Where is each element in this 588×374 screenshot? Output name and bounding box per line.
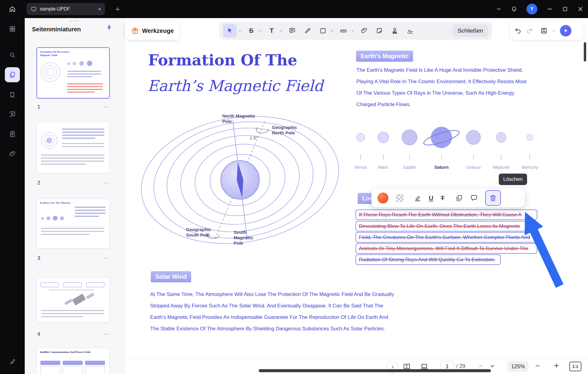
speech-bubble-icon [470, 194, 478, 202]
paragraph-solar-wind: At The Same Time, The Atmosphere Will Al… [150, 289, 394, 335]
signature-tool[interactable] [404, 24, 416, 37]
thumbnail-page-3[interactable]: Evidence For The Theories [36, 199, 110, 249]
measure-tool-chevron-icon[interactable] [351, 29, 355, 33]
shape-tool-chevron-icon[interactable] [330, 29, 334, 33]
strikethrough-button[interactable]: T [441, 194, 444, 202]
schliessen-button[interactable]: Schließen [452, 24, 489, 37]
page-number: 4 [37, 331, 40, 337]
color-swatch-button[interactable] [378, 193, 388, 203]
comment-icon [9, 111, 16, 118]
select-tool[interactable] [223, 24, 237, 38]
panel-title: Seitenminiaturen [32, 26, 81, 33]
planet-label-mercury: Mercury [515, 165, 545, 170]
page-thumbnails-button[interactable] [5, 67, 20, 82]
square-icon [319, 27, 327, 34]
shape-tool[interactable] [317, 24, 329, 37]
document-info-button[interactable] [5, 127, 20, 142]
signature-ink-button[interactable] [5, 354, 20, 369]
attach-tool[interactable] [358, 24, 370, 37]
thumb2-row: 2 ⋯ [37, 180, 110, 186]
planet-mercury [526, 134, 533, 141]
paragraph-line: The Earth's Magnetic Field Is Like A Hug… [356, 64, 526, 76]
save-button[interactable] [540, 27, 548, 34]
select-tool-chevron-icon[interactable] [238, 29, 242, 33]
strikethrough-text: Animals Or Tiny Microorganisms, Will Fin… [359, 246, 528, 252]
paragraph-line: Playing A Vital Role In The Cosmic Envir… [356, 76, 526, 87]
planet-venus [356, 133, 365, 142]
search-icon [9, 52, 16, 59]
strikethrough-text: Field, The Creatures On The Earth's Surf… [359, 234, 530, 240]
ai-assistant-button[interactable] [560, 25, 571, 36]
underline-button[interactable]: U [429, 194, 433, 202]
text-tool[interactable]: T [266, 24, 278, 37]
titlebar-chevron-down-icon[interactable] [496, 6, 502, 12]
section-badge-solar-wind: Solar Wind [151, 271, 191, 282]
stamp-tool[interactable] [389, 24, 401, 37]
werkzeuge-button[interactable]: Werkzeuge [125, 22, 180, 40]
attachments-button[interactable] [5, 146, 20, 162]
planet-label-saturn: Saturn [426, 165, 457, 170]
actual-size-button[interactable]: 1:1 [569, 362, 581, 371]
zoom-level-button[interactable]: 125% [507, 361, 529, 372]
next-page-button[interactable] [489, 363, 495, 369]
highlight-button[interactable] [414, 194, 422, 202]
thumb3-more-button[interactable]: ⋯ [104, 255, 110, 262]
opacity-checker-button[interactable] [396, 194, 403, 202]
bookmarks-button[interactable] [5, 87, 20, 102]
pen-tool[interactable] [302, 24, 314, 37]
annotation-toolbar: S T Schließen [219, 22, 492, 40]
minimize-button[interactable] [546, 6, 553, 12]
undo-button[interactable] [514, 27, 522, 34]
thumb4-more-button[interactable]: ⋯ [104, 331, 110, 338]
strikethrough-text: Radiation Of Strong Rays And Will Quickl… [359, 257, 495, 263]
maximize-button[interactable] [562, 6, 568, 12]
panel-drag-handle[interactable] [71, 20, 77, 22]
redo-button[interactable] [526, 27, 533, 34]
copy-button[interactable] [455, 194, 463, 202]
paragraph-line: Stripped Away By Forces Such As The Sola… [150, 300, 394, 312]
grid-icon [9, 25, 16, 33]
strikethrough-tool-chevron-icon[interactable] [258, 29, 262, 33]
new-tab-button[interactable]: + [112, 4, 123, 14]
save-chevron-icon[interactable] [552, 29, 556, 33]
pointer-arrow [513, 187, 576, 292]
thumb1-more-button[interactable]: ⋯ [104, 104, 110, 110]
user-avatar[interactable]: Y [526, 4, 537, 14]
paperclip-icon [9, 150, 16, 158]
comment-button[interactable] [470, 194, 478, 202]
thumbnail-page-4[interactable] [36, 277, 110, 322]
sticker-tool[interactable] [373, 24, 385, 37]
horizontal-scrollbar[interactable] [259, 369, 491, 372]
text-tool-chevron-icon[interactable] [279, 29, 283, 33]
vertical-scrollbar[interactable] [584, 42, 586, 61]
left-rail [0, 18, 25, 374]
sparkle-icon [562, 27, 569, 34]
thumbnail-page-1[interactable]: Formation Of The Earth's Magnetic Field [36, 47, 110, 99]
comments-button[interactable] [5, 107, 20, 122]
pin-icon[interactable] [106, 24, 113, 31]
thumbnail-page-2[interactable] [36, 122, 110, 173]
zoom-in-button[interactable]: + [554, 361, 559, 370]
delete-tooltip: Löschen [499, 174, 527, 185]
home-button[interactable] [5, 3, 19, 15]
apps-grid-button[interactable] [5, 21, 20, 36]
zoom-out-button[interactable]: − [535, 361, 540, 371]
thumb2-more-button[interactable]: ⋯ [104, 180, 110, 186]
thumbnail-page-5[interactable]: Satellite Communications And Power Grids [36, 348, 110, 374]
comment-tool[interactable] [286, 24, 298, 37]
strikethrough-annotation-line: Animals Or Tiny Microorganisms, Will Fin… [356, 243, 537, 254]
close-button[interactable] [577, 6, 584, 12]
titlebar: sample-UPDF + Y [0, 0, 588, 18]
document-tab[interactable]: sample-UPDF [27, 3, 105, 15]
previous-page-button[interactable] [478, 363, 484, 369]
thumbnail-panel: Seitenminiaturen Formation Of The Earth'… [25, 18, 125, 374]
delete-annotation-button[interactable] [485, 190, 501, 206]
measure-tool[interactable] [337, 24, 349, 37]
label-north-magnetic-pole: North Magnetic Pole [222, 113, 255, 124]
pages-icon [9, 71, 16, 78]
notifications-bell-icon[interactable] [511, 6, 517, 12]
paragraph-line: Charged Particle Flows. [356, 99, 526, 110]
strikethrough-tool[interactable]: S [245, 24, 257, 37]
page-number: 1 [37, 104, 40, 110]
search-button[interactable] [5, 48, 20, 63]
